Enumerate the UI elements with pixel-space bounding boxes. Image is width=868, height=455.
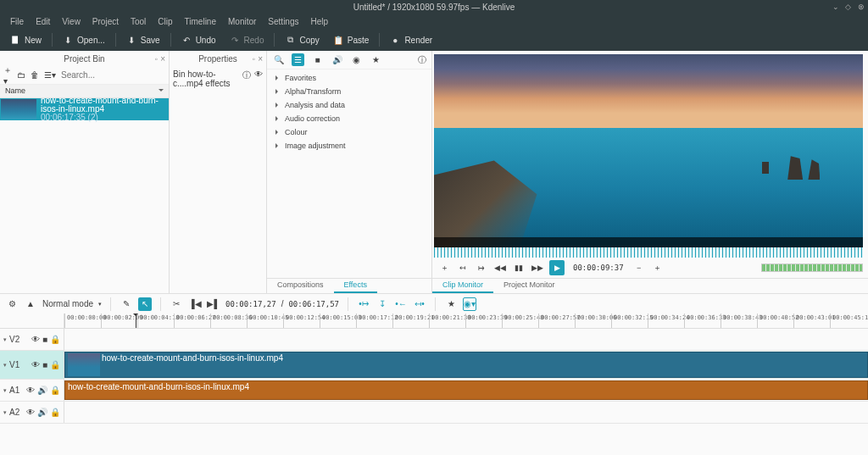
lift-icon[interactable]: ↤• <box>413 297 426 311</box>
bin-undock-icon[interactable]: ◦ <box>155 54 159 64</box>
bin-column-name[interactable]: Name <box>0 85 169 98</box>
menu-settings[interactable]: Settings <box>263 15 303 28</box>
extract-icon[interactable]: •← <box>394 297 408 311</box>
effect-cat-audio[interactable]: Audio correction <box>267 112 431 125</box>
lock-icon[interactable]: 🔒 <box>50 408 60 417</box>
menu-tool[interactable]: Tool <box>125 15 151 28</box>
favorite-filter-icon[interactable]: ★ <box>370 53 382 66</box>
settings-icon[interactable]: ⚙ <box>5 297 19 311</box>
effect-cat-colour[interactable]: Colour <box>267 125 431 139</box>
add-marker-icon[interactable]: ＋ <box>437 261 451 275</box>
delete-icon[interactable]: 🗑 <box>31 70 39 80</box>
monitor-timecode[interactable]: 00:00:09:37 <box>573 264 624 272</box>
effects-info-icon[interactable]: ⓘ <box>418 54 426 66</box>
mute-icon[interactable]: 👁 <box>26 408 35 417</box>
props-close-icon[interactable]: × <box>258 54 263 64</box>
insert-icon[interactable]: •↦ <box>357 297 370 311</box>
timeline-ruler[interactable]: 00:00:00:0000:00:02:0900:00:04:1800:00:0… <box>64 314 868 328</box>
zone-start-icon[interactable]: ↤ <box>456 261 470 275</box>
overwrite-icon[interactable]: ↧ <box>376 297 389 311</box>
folder-icon[interactable]: 🗀 <box>17 70 25 80</box>
play-button[interactable]: ▶ <box>549 260 565 275</box>
tab-clip-monitor[interactable]: Clip Monitor <box>432 278 493 293</box>
menu-help[interactable]: Help <box>306 15 334 28</box>
effect-cat-favorites[interactable]: Favorites <box>267 71 431 85</box>
list-view-icon[interactable]: ☰ <box>292 53 304 66</box>
copy-button[interactable]: ⧉Copy <box>278 32 326 47</box>
menu-edit[interactable]: Edit <box>31 15 55 28</box>
redo-button[interactable]: ↷Redo <box>223 32 271 47</box>
bin-close-icon[interactable]: × <box>160 54 165 64</box>
zoom-out-icon[interactable]: − <box>632 261 646 275</box>
timeline-audio-clip[interactable]: how-to-create-mount-and-burn-isos-in-lin… <box>64 380 868 400</box>
effects-pane: 🔍 ☰ ■ 🔊 ◉ ★ ⓘ Favorites Alpha/Transform … <box>267 51 432 293</box>
save-button[interactable]: ⬇Save <box>120 32 167 47</box>
monitor-tabs: Clip Monitor Project Monitor <box>432 278 868 293</box>
eye-icon[interactable]: 👁 <box>254 69 263 79</box>
favorite-icon[interactable]: ★ <box>444 297 458 311</box>
custom-filter-icon[interactable]: ◉ <box>350 53 363 66</box>
minimize-icon[interactable]: ⌄ <box>832 3 839 11</box>
video-icon[interactable]: ■ <box>42 360 47 369</box>
skip-end-icon[interactable]: ▶▌ <box>207 297 220 311</box>
close-icon[interactable]: ⊗ <box>857 3 865 11</box>
monitor-viewport[interactable] <box>434 54 863 247</box>
mute-icon[interactable]: 👁 <box>26 386 35 395</box>
effect-cat-alpha[interactable]: Alpha/Transform <box>267 85 431 98</box>
tl-timecode-in[interactable]: 00:00:17,27 <box>225 300 276 308</box>
bin-toolbar: ＋▾ 🗀 🗑 ☰▾ <box>0 66 169 85</box>
select-tool-icon[interactable]: ↖ <box>138 297 152 311</box>
pen-icon[interactable]: ✎ <box>120 297 133 311</box>
lock-icon[interactable]: 🔒 <box>50 360 60 369</box>
menu-view[interactable]: View <box>57 15 86 28</box>
add-clip-icon[interactable]: ＋▾ <box>3 64 12 86</box>
menu-monitor[interactable]: Monitor <box>223 15 261 28</box>
menu-project[interactable]: Project <box>87 15 124 28</box>
zoom-in-icon[interactable]: ＋ <box>651 261 665 275</box>
forward-icon[interactable]: ▶▶ <box>531 261 544 275</box>
undo-button[interactable]: ↶Undo <box>175 32 223 47</box>
save-icon: ⬇ <box>126 35 136 45</box>
tab-compositions[interactable]: Compositions <box>267 278 334 293</box>
video-icon[interactable]: ■ <box>42 335 47 344</box>
playhead[interactable] <box>136 314 136 328</box>
rewind-icon[interactable]: ◀◀ <box>493 261 507 275</box>
paste-button[interactable]: 📋Paste <box>326 32 376 47</box>
bin-clip-item[interactable]: how-to-create-mount-and-burn-isos-in-lin… <box>0 98 169 120</box>
monitor-ruler[interactable] <box>434 247 863 258</box>
pause-icon[interactable]: ▮▮ <box>512 261 526 275</box>
video-filter-icon[interactable]: ■ <box>311 53 324 66</box>
skip-start-icon[interactable]: ▐◀ <box>188 297 202 311</box>
tab-project-monitor[interactable]: Project Monitor <box>493 278 565 293</box>
timeline: 00:00:00:0000:00:02:0900:00:04:1800:00:0… <box>0 314 868 455</box>
preview-render-icon[interactable]: ◉▾ <box>463 297 476 311</box>
maximize-icon[interactable]: ◇ <box>844 3 852 11</box>
menu-file[interactable]: File <box>5 15 29 28</box>
zone-end-icon[interactable]: ↦ <box>475 261 488 275</box>
search-icon[interactable]: 🔍 <box>272 53 285 66</box>
track-a2: ▾A2👁🔊🔒 <box>0 402 868 424</box>
tab-effects[interactable]: Effects <box>334 278 377 293</box>
lock-icon[interactable]: 🔒 <box>50 386 60 395</box>
mute-icon[interactable]: 👁 <box>31 335 40 344</box>
info-icon[interactable]: ⓘ <box>242 69 251 81</box>
menu-clip[interactable]: Clip <box>153 15 177 28</box>
render-button[interactable]: ●Render <box>383 32 439 47</box>
options-icon[interactable]: ☰▾ <box>44 70 56 80</box>
new-button[interactable]: New <box>3 32 48 47</box>
bin-search-input[interactable] <box>61 70 169 80</box>
user-icon[interactable]: ▲ <box>24 297 37 311</box>
mode-label[interactable]: Normal mode <box>42 299 93 308</box>
props-undock-icon[interactable]: ◦ <box>253 54 256 64</box>
timeline-video-clip[interactable]: how-to-create-mount-and-burn-isos-in-lin… <box>64 352 868 378</box>
mute-icon[interactable]: 👁 <box>31 360 40 369</box>
cut-tool-icon[interactable]: ✂ <box>170 297 183 311</box>
menu-timeline[interactable]: Timeline <box>180 15 221 28</box>
open-button[interactable]: ⬇Open... <box>56 32 112 47</box>
effect-cat-analysis[interactable]: Analysis and data <box>267 98 431 112</box>
audio-filter-icon[interactable]: 🔊 <box>331 53 343 66</box>
lock-icon[interactable]: 🔒 <box>50 335 60 344</box>
effect-cat-image[interactable]: Image adjustment <box>267 139 431 153</box>
audio-icon[interactable]: 🔊 <box>37 408 47 417</box>
audio-icon[interactable]: 🔊 <box>37 386 47 395</box>
